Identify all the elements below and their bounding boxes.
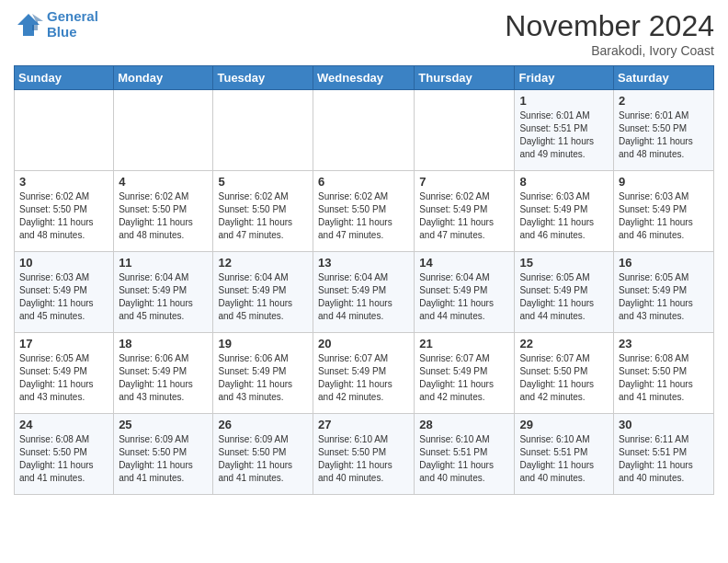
day-info: Sunrise: 6:04 AM Sunset: 5:49 PM Dayligh… bbox=[318, 271, 409, 323]
calendar-cell: 9Sunrise: 6:03 AM Sunset: 5:49 PM Daylig… bbox=[614, 171, 714, 252]
calendar-week-row: 17Sunrise: 6:05 AM Sunset: 5:49 PM Dayli… bbox=[15, 333, 714, 414]
day-info: Sunrise: 6:03 AM Sunset: 5:49 PM Dayligh… bbox=[519, 190, 609, 242]
day-number: 1 bbox=[519, 94, 609, 108]
day-number: 20 bbox=[318, 337, 409, 350]
day-info: Sunrise: 6:07 AM Sunset: 5:50 PM Dayligh… bbox=[519, 352, 609, 404]
day-info: Sunrise: 6:02 AM Sunset: 5:50 PM Dayligh… bbox=[318, 190, 409, 242]
header: General Blue November 2024 Barakodi, Ivo… bbox=[14, 9, 714, 58]
day-info: Sunrise: 6:06 AM Sunset: 5:49 PM Dayligh… bbox=[119, 352, 208, 404]
day-info: Sunrise: 6:03 AM Sunset: 5:49 PM Dayligh… bbox=[19, 271, 108, 323]
day-number: 11 bbox=[119, 256, 208, 270]
day-number: 17 bbox=[19, 337, 108, 350]
calendar-cell: 14Sunrise: 6:04 AM Sunset: 5:49 PM Dayli… bbox=[415, 252, 515, 333]
calendar-cell: 10Sunrise: 6:03 AM Sunset: 5:49 PM Dayli… bbox=[15, 252, 114, 333]
calendar-cell: 5Sunrise: 6:02 AM Sunset: 5:50 PM Daylig… bbox=[213, 171, 313, 252]
day-number: 27 bbox=[318, 418, 409, 431]
day-number: 29 bbox=[519, 418, 609, 431]
weekday-header: Tuesday bbox=[213, 66, 313, 90]
calendar-cell: 6Sunrise: 6:02 AM Sunset: 5:50 PM Daylig… bbox=[313, 171, 415, 252]
day-number: 10 bbox=[19, 256, 108, 270]
day-number: 21 bbox=[419, 337, 509, 350]
calendar-cell: 29Sunrise: 6:10 AM Sunset: 5:51 PM Dayli… bbox=[515, 414, 614, 495]
day-info: Sunrise: 6:10 AM Sunset: 5:50 PM Dayligh… bbox=[318, 433, 409, 485]
calendar-cell bbox=[213, 90, 313, 171]
calendar-cell: 15Sunrise: 6:05 AM Sunset: 5:49 PM Dayli… bbox=[515, 252, 614, 333]
day-info: Sunrise: 6:01 AM Sunset: 5:50 PM Dayligh… bbox=[619, 109, 709, 161]
weekday-header: Friday bbox=[515, 66, 614, 90]
logo-text: General Blue bbox=[47, 9, 98, 40]
day-info: Sunrise: 6:10 AM Sunset: 5:51 PM Dayligh… bbox=[519, 433, 609, 485]
day-info: Sunrise: 6:05 AM Sunset: 5:49 PM Dayligh… bbox=[19, 352, 108, 404]
month-title: November 2024 bbox=[505, 9, 714, 43]
day-info: Sunrise: 6:02 AM Sunset: 5:50 PM Dayligh… bbox=[119, 190, 208, 242]
day-info: Sunrise: 6:02 AM Sunset: 5:50 PM Dayligh… bbox=[218, 190, 308, 242]
calendar-cell: 24Sunrise: 6:08 AM Sunset: 5:50 PM Dayli… bbox=[15, 414, 114, 495]
day-info: Sunrise: 6:05 AM Sunset: 5:49 PM Dayligh… bbox=[519, 271, 609, 323]
day-number: 19 bbox=[218, 337, 308, 350]
day-number: 24 bbox=[19, 418, 108, 431]
day-number: 4 bbox=[119, 175, 208, 189]
day-info: Sunrise: 6:09 AM Sunset: 5:50 PM Dayligh… bbox=[119, 433, 208, 485]
day-info: Sunrise: 6:05 AM Sunset: 5:49 PM Dayligh… bbox=[619, 271, 709, 323]
calendar-cell: 28Sunrise: 6:10 AM Sunset: 5:51 PM Dayli… bbox=[415, 414, 515, 495]
day-number: 22 bbox=[519, 337, 609, 350]
calendar-cell bbox=[415, 90, 515, 171]
calendar-cell bbox=[114, 90, 213, 171]
logo: General Blue bbox=[14, 9, 98, 40]
day-number: 25 bbox=[119, 418, 208, 431]
calendar-cell: 2Sunrise: 6:01 AM Sunset: 5:50 PM Daylig… bbox=[614, 90, 714, 171]
day-number: 3 bbox=[19, 175, 108, 189]
calendar-cell: 22Sunrise: 6:07 AM Sunset: 5:50 PM Dayli… bbox=[515, 333, 614, 414]
calendar-cell: 8Sunrise: 6:03 AM Sunset: 5:49 PM Daylig… bbox=[515, 171, 614, 252]
day-number: 7 bbox=[419, 175, 509, 189]
logo-icon bbox=[14, 12, 43, 38]
day-info: Sunrise: 6:07 AM Sunset: 5:49 PM Dayligh… bbox=[419, 352, 509, 404]
calendar-cell: 17Sunrise: 6:05 AM Sunset: 5:49 PM Dayli… bbox=[15, 333, 114, 414]
calendar-cell: 4Sunrise: 6:02 AM Sunset: 5:50 PM Daylig… bbox=[114, 171, 213, 252]
weekday-header: Monday bbox=[114, 66, 213, 90]
calendar-cell: 27Sunrise: 6:10 AM Sunset: 5:50 PM Dayli… bbox=[313, 414, 415, 495]
day-info: Sunrise: 6:01 AM Sunset: 5:51 PM Dayligh… bbox=[519, 109, 609, 161]
day-info: Sunrise: 6:08 AM Sunset: 5:50 PM Dayligh… bbox=[19, 433, 108, 485]
day-number: 9 bbox=[619, 175, 709, 189]
day-info: Sunrise: 6:02 AM Sunset: 5:50 PM Dayligh… bbox=[19, 190, 108, 242]
weekday-header: Sunday bbox=[15, 66, 114, 90]
calendar-cell: 1Sunrise: 6:01 AM Sunset: 5:51 PM Daylig… bbox=[515, 90, 614, 171]
day-number: 13 bbox=[318, 256, 409, 270]
calendar-cell: 3Sunrise: 6:02 AM Sunset: 5:50 PM Daylig… bbox=[15, 171, 114, 252]
calendar-table: SundayMondayTuesdayWednesdayThursdayFrid… bbox=[14, 65, 714, 495]
day-info: Sunrise: 6:02 AM Sunset: 5:49 PM Dayligh… bbox=[419, 190, 509, 242]
day-info: Sunrise: 6:04 AM Sunset: 5:49 PM Dayligh… bbox=[119, 271, 208, 323]
calendar-cell bbox=[15, 90, 114, 171]
title-area: November 2024 Barakodi, Ivory Coast bbox=[505, 9, 714, 58]
calendar-cell: 16Sunrise: 6:05 AM Sunset: 5:49 PM Dayli… bbox=[614, 252, 714, 333]
calendar-week-row: 10Sunrise: 6:03 AM Sunset: 5:49 PM Dayli… bbox=[15, 252, 714, 333]
day-number: 2 bbox=[619, 94, 709, 108]
day-number: 15 bbox=[519, 256, 609, 270]
day-info: Sunrise: 6:06 AM Sunset: 5:49 PM Dayligh… bbox=[218, 352, 308, 404]
day-number: 14 bbox=[419, 256, 509, 270]
day-info: Sunrise: 6:09 AM Sunset: 5:50 PM Dayligh… bbox=[218, 433, 308, 485]
day-number: 12 bbox=[218, 256, 308, 270]
calendar-cell: 19Sunrise: 6:06 AM Sunset: 5:49 PM Dayli… bbox=[213, 333, 313, 414]
day-info: Sunrise: 6:08 AM Sunset: 5:50 PM Dayligh… bbox=[619, 352, 709, 404]
day-number: 6 bbox=[318, 175, 409, 189]
day-number: 23 bbox=[619, 337, 709, 350]
day-number: 16 bbox=[619, 256, 709, 270]
calendar-cell: 12Sunrise: 6:04 AM Sunset: 5:49 PM Dayli… bbox=[213, 252, 313, 333]
calendar-cell: 13Sunrise: 6:04 AM Sunset: 5:49 PM Dayli… bbox=[313, 252, 415, 333]
day-info: Sunrise: 6:04 AM Sunset: 5:49 PM Dayligh… bbox=[218, 271, 308, 323]
calendar-cell: 18Sunrise: 6:06 AM Sunset: 5:49 PM Dayli… bbox=[114, 333, 213, 414]
location-subtitle: Barakodi, Ivory Coast bbox=[505, 43, 714, 58]
day-info: Sunrise: 6:10 AM Sunset: 5:51 PM Dayligh… bbox=[419, 433, 509, 485]
calendar-cell: 20Sunrise: 6:07 AM Sunset: 5:49 PM Dayli… bbox=[313, 333, 415, 414]
calendar-cell: 23Sunrise: 6:08 AM Sunset: 5:50 PM Dayli… bbox=[614, 333, 714, 414]
weekday-header: Wednesday bbox=[313, 66, 415, 90]
page: General Blue November 2024 Barakodi, Ivo… bbox=[0, 0, 728, 509]
day-info: Sunrise: 6:11 AM Sunset: 5:51 PM Dayligh… bbox=[619, 433, 709, 485]
weekday-header: Saturday bbox=[614, 66, 714, 90]
calendar-cell: 11Sunrise: 6:04 AM Sunset: 5:49 PM Dayli… bbox=[114, 252, 213, 333]
calendar-cell: 30Sunrise: 6:11 AM Sunset: 5:51 PM Dayli… bbox=[614, 414, 714, 495]
weekday-header: Thursday bbox=[415, 66, 515, 90]
calendar-cell bbox=[313, 90, 415, 171]
